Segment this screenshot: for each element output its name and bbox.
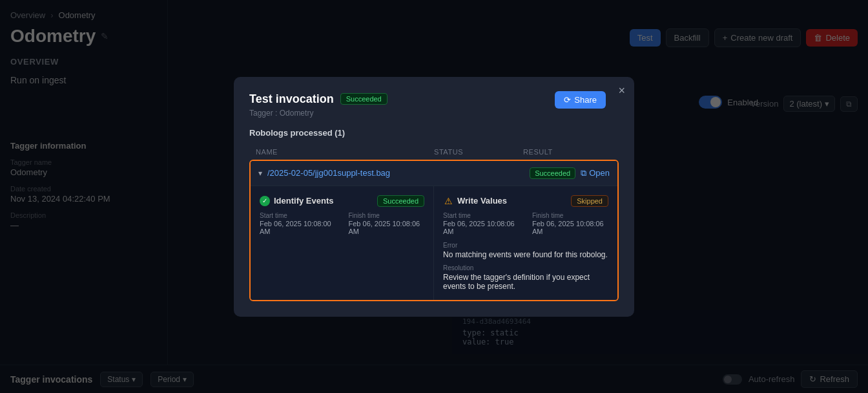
robolog-link[interactable]: /2025-02-05/jjg001suppl-test.bag (267, 168, 524, 178)
resolution-message: Review the tagger's definition if you ex… (443, 273, 608, 291)
error-label: Error (443, 242, 608, 249)
robolog-box: ▾ /2025-02-05/jjg001suppl-test.bag Succe… (249, 160, 619, 301)
identify-events-row: ✓ Identify Events Succeeded Start time F… (251, 186, 434, 300)
identify-events-success-icon: ✓ (260, 196, 270, 206)
write-values-row: ⚠ Write Values Skipped Start time Feb 06… (434, 186, 617, 300)
error-section: Error No matching events were found for … (443, 242, 608, 291)
wv-finish-time-value: Feb 06, 2025 10:08:06 AM (532, 220, 608, 235)
write-values-status-badge: Skipped (571, 195, 608, 207)
identify-events-header: ✓ Identify Events Succeeded (260, 195, 424, 207)
share-button[interactable]: ⟳ Share (555, 91, 606, 109)
robologs-section-title: Robologs processed (1) (249, 128, 619, 138)
robolog-header-row: ▾ /2025-02-05/jjg001suppl-test.bag Succe… (251, 161, 617, 186)
col-name-header: NAME (256, 148, 434, 156)
identify-events-times: Start time Feb 06, 2025 10:08:00 AM Fini… (260, 212, 424, 235)
finish-time-label: Finish time (349, 212, 425, 219)
modal-dialog: × ⟳ Share Test invocation Succeeded Tagg… (234, 77, 634, 317)
write-values-finish: Finish time Feb 06, 2025 10:08:06 AM (532, 212, 608, 235)
start-time-value: Feb 06, 2025 10:08:00 AM (260, 220, 336, 235)
finish-time-value: Feb 06, 2025 10:08:06 AM (349, 220, 425, 235)
wv-start-time-value: Feb 06, 2025 10:08:06 AM (443, 220, 519, 235)
table-header: NAME STATUS RESULT (249, 144, 619, 160)
modal-title: Test invocation (249, 92, 334, 106)
start-time-label: Start time (260, 212, 336, 219)
write-values-start: Start time Feb 06, 2025 10:08:06 AM (443, 212, 519, 235)
write-values-times: Start time Feb 06, 2025 10:08:06 AM Fini… (443, 212, 608, 235)
open-external-icon: ⧉ (581, 168, 586, 178)
identify-events-title: Identify Events (274, 196, 333, 206)
error-message: No matching events were found for this r… (443, 250, 608, 259)
write-values-warn-icon: ⚠ (443, 196, 453, 206)
robolog-status-badge: Succeeded (530, 167, 575, 179)
resolution-label: Resolution (443, 264, 608, 271)
col-result-header: RESULT (523, 148, 612, 156)
wv-finish-time-label: Finish time (532, 212, 608, 219)
open-button[interactable]: ⧉ Open (581, 168, 610, 178)
sub-rows: ✓ Identify Events Succeeded Start time F… (251, 186, 617, 300)
modal-overlay: × ⟳ Share Test invocation Succeeded Tagg… (0, 0, 868, 393)
identify-events-finish: Finish time Feb 06, 2025 10:08:06 AM (349, 212, 425, 235)
write-values-title: Write Values (457, 196, 507, 206)
identify-events-start: Start time Feb 06, 2025 10:08:00 AM (260, 212, 336, 235)
wv-start-time-label: Start time (443, 212, 519, 219)
modal-close-button[interactable]: × (618, 85, 625, 96)
share-icon: ⟳ (564, 95, 571, 105)
identify-events-status-badge: Succeeded (377, 195, 424, 207)
modal-status-badge: Succeeded (340, 93, 388, 105)
write-values-header: ⚠ Write Values Skipped (443, 195, 608, 207)
col-status-header: STATUS (434, 148, 523, 156)
modal-subtitle: Tagger : Odometry (249, 109, 619, 118)
robolog-chevron-button[interactable]: ▾ (258, 169, 262, 178)
